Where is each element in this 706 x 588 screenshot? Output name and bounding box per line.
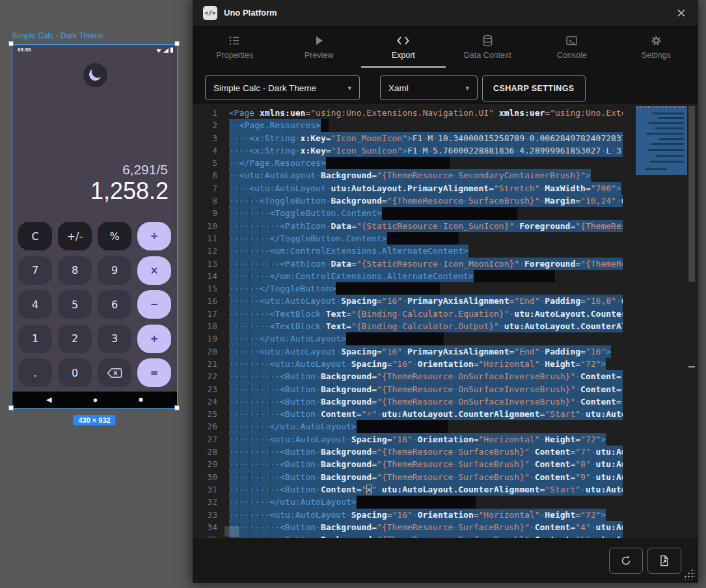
recents-icon[interactable]: ■ [139,392,143,408]
key-0[interactable]: 0 [58,358,92,387]
line-number: 20 [193,345,229,358]
code-line[interactable]: 17········<TextBlock·Text="{Binding·Calc… [193,308,623,320]
selection-handle-bottom-left[interactable] [8,405,14,410]
code-line[interactable]: 6··<utu:AutoLayout·Background="{ThemeRes… [193,169,623,181]
code-line[interactable]: 3····<x:String·x:Key="Icon_MoonIcon">F1·… [193,132,623,144]
line-number: 22 [193,370,229,382]
tab-bar: PropertiesPreviewExportData ContextConso… [193,27,698,68]
close-icon[interactable] [675,7,688,20]
code-line[interactable]: 33········<utu:AutoLayout·Spacing="16"·O… [193,509,623,521]
key-+/-[interactable]: +/- [58,222,92,250]
tab-label: Settings [642,51,671,60]
key-.[interactable]: . [18,358,52,387]
code-line[interactable]: 28··········<Button·Background="{ThemeRe… [193,446,623,458]
terminal-icon [565,34,578,47]
key-+[interactable]: + [137,325,171,353]
code-line[interactable]: 14········</um:ControlExtensions.Alterna… [193,270,623,282]
window-title-bar[interactable]: </> Uno Platform [193,0,698,27]
tab-settings[interactable]: Settings [614,27,699,68]
tab-label: Properties [216,51,253,60]
home-icon[interactable]: ● [92,392,98,408]
code-line[interactable]: 22··········<Button·Background="{ThemeRe… [193,370,623,382]
code-editor[interactable]: 1<Page xmlns:uen="using:Uno.Extensions.N… [193,104,698,538]
code-line[interactable]: 8······<ToggleButton·Background="{ThemeR… [193,194,623,207]
code-line[interactable]: 35··········<Button·Background="{ThemeRe… [193,533,623,538]
code-line[interactable]: 2··<Page.Resources> [193,119,623,131]
key-7[interactable]: 7 [18,256,52,285]
code-line[interactable]: 18········<TextBlock·Text="{Binding·Calc… [193,320,623,332]
minimap[interactable] [636,104,687,538]
v-scrollbar-thumb[interactable] [688,106,695,282]
key-1[interactable]: 1 [18,325,52,353]
selection-handle-top-left[interactable] [8,41,14,46]
code-line[interactable]: 5··</Page.Resources> [193,157,623,169]
artboard-label[interactable]: Simple Calc - Dark Theme [12,31,103,40]
key-2[interactable]: 2 [58,325,92,353]
key-%[interactable]: % [98,222,131,250]
v-scrollbar[interactable] [688,104,696,538]
code-line[interactable]: 23··········<Button·Background="{ThemeRe… [193,383,623,395]
battery-icon [170,47,173,53]
code-line[interactable]: 1<Page xmlns:uen="using:Uno.Extensions.N… [193,107,623,119]
code-line[interactable]: 12········<um:ControlExtensions.Alternat… [193,245,623,257]
tab-export[interactable]: Export [361,27,446,68]
code-line[interactable]: 13··········<PathIcon·Data="{StaticResou… [193,258,623,270]
key-3[interactable]: 3 [98,325,131,353]
code-line[interactable]: 32········</utu:AutoLayout> [193,496,623,508]
code-line[interactable]: 25··········<Button·Content="÷"·utu:Auto… [193,408,623,420]
format-dropdown[interactable]: Xaml ▾ [380,75,478,100]
code-line[interactable]: 10··········<PathIcon·Data="{StaticResou… [193,220,623,232]
phone-artboard[interactable]: 09:30 6,291/5 1,258.2 C+/-%÷789×456−123+… [12,44,178,408]
key-×[interactable]: × [137,256,171,285]
line-number: 2 [193,119,229,131]
key-8[interactable]: 8 [58,256,92,285]
code-line[interactable]: 7····<utu:AutoLayout·utu:AutoLayout.Prim… [193,182,623,194]
code-line[interactable]: 30··········<Button·Background="{ThemeRe… [193,471,623,483]
csharp-settings-button[interactable]: CSHARP SETTINGS [482,75,586,101]
resize-grip[interactable] [681,565,695,580]
key-C[interactable]: C [18,222,52,250]
key-5[interactable]: 5 [58,290,92,319]
uno-platform-window: </> Uno Platform PropertiesPreviewExport… [193,0,698,583]
code-line[interactable]: 34··········<Button·Background="{ThemeRe… [193,521,623,533]
tab-properties[interactable]: Properties [193,27,277,68]
code-line[interactable]: 16······<utu:AutoLayout·Spacing="16"·Pri… [193,295,623,307]
code-line[interactable]: 9········<ToggleButton.Content> [193,207,623,219]
h-scrollbar-thumb[interactable] [224,526,239,537]
artboard-size-badge: 430 × 932 [73,415,115,425]
key-backspace[interactable] [98,358,131,387]
key-÷[interactable]: ÷ [137,222,171,250]
line-number: 27 [193,433,229,446]
code-line[interactable]: 21········<utu:AutoLayout·Spacing="16"·O… [193,358,623,370]
code-line[interactable]: 24··········<Button·Background="{ThemeRe… [193,395,623,408]
code-line[interactable]: 27········<utu:AutoLayout·Spacing="16"·O… [193,433,623,446]
line-number: 12 [193,245,229,257]
theme-toggle-button[interactable] [83,63,107,87]
refresh-button[interactable] [609,548,643,574]
export-file-button[interactable] [647,548,681,574]
tab-preview[interactable]: Preview [277,27,362,68]
selection-handle-top-right[interactable] [174,41,180,46]
back-icon[interactable]: ◀ [46,392,51,408]
file-export-icon [658,554,671,567]
key-6[interactable]: 6 [98,290,131,319]
line-number: 21 [193,358,229,370]
theme-dropdown[interactable]: Simple Calc - Dark Theme ▾ [205,75,360,100]
code-line[interactable]: 29··········<Button·Background="{ThemeRe… [193,458,623,470]
key-=[interactable]: = [137,358,171,387]
code-line[interactable]: 15······</ToggleButton> [193,282,623,295]
code-line[interactable]: 31··········<Button·Content="×"·utu:Auto… [193,483,623,496]
code-line[interactable]: 20······<utu:AutoLayout·Spacing="16"·Pri… [193,345,623,358]
code-line[interactable]: 26········</utu:AutoLayout> [193,420,623,433]
code-line[interactable]: 4····<x:String·x:Key="Icon_SunIcon">F1·M… [193,144,623,157]
tab-data-context[interactable]: Data Context [446,27,530,68]
tab-console[interactable]: Console [530,27,614,68]
key-4[interactable]: 4 [18,290,52,319]
key-−[interactable]: − [137,290,171,319]
key-9[interactable]: 9 [98,256,131,285]
selection-handle-bottom-right[interactable] [174,405,180,410]
brackets-icon [396,34,410,47]
code-line[interactable]: 19······</utu:AutoLayout> [193,332,623,345]
code-lines[interactable]: 1<Page xmlns:uen="using:Uno.Extensions.N… [193,104,623,538]
code-line[interactable]: 11········</ToggleButton.Content> [193,232,623,245]
